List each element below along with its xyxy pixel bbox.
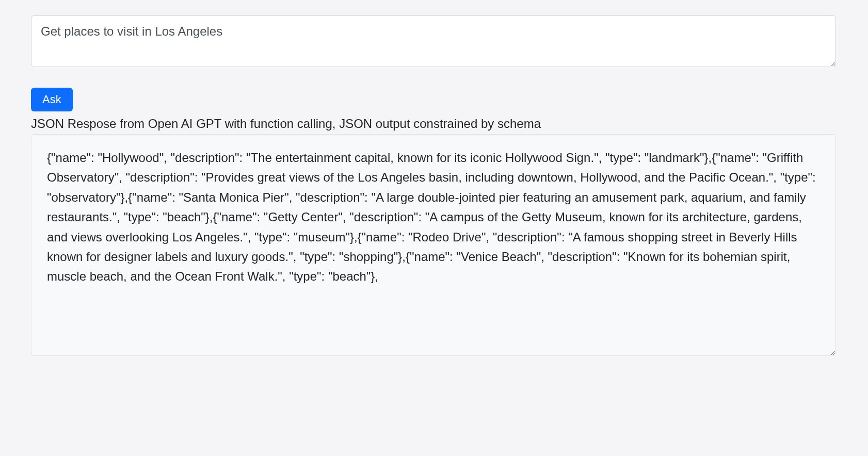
response-label: JSON Respose from Open AI GPT with funct… xyxy=(31,117,836,131)
response-output[interactable] xyxy=(31,134,836,356)
ask-button[interactable]: Ask xyxy=(31,88,73,111)
query-input[interactable] xyxy=(31,15,836,67)
main-container: Ask JSON Respose from Open AI GPT with f… xyxy=(31,15,836,358)
